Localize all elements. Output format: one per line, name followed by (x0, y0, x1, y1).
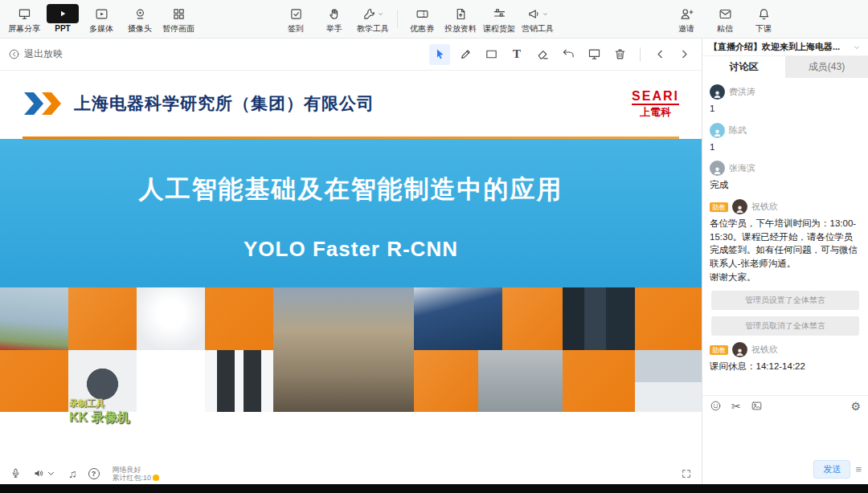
pause-screen-button[interactable]: 暂停画面 (159, 0, 198, 38)
coupon-button[interactable]: 优惠券 (403, 0, 441, 38)
teaching-tools-button[interactable]: 教学工具 (354, 0, 392, 38)
exit-presentation-button[interactable]: 退出放映 (8, 47, 63, 61)
recorder-watermark: 录制工具 KK 录像机 (69, 398, 130, 426)
screen-share-icon (18, 5, 31, 22)
marketing-tools-icon (527, 7, 541, 21)
photo-collage (0, 287, 702, 412)
undo-tool[interactable] (558, 44, 579, 65)
delete-annotation-tool[interactable] (609, 44, 630, 65)
next-page-arrow[interactable] (674, 45, 694, 64)
raise-hand-button[interactable]: 举手 (315, 0, 354, 38)
send-button[interactable]: 发送 (813, 460, 850, 479)
chevron-down-icon (542, 10, 549, 18)
toolbar-separator (397, 10, 398, 28)
tab-discussion[interactable]: 讨论区 (702, 56, 785, 78)
sender-name: 张海滨 (729, 162, 755, 174)
person-icon (712, 89, 723, 100)
ppt-label: PPT (55, 24, 70, 33)
invite-label: 邀请 (678, 24, 694, 33)
raise-hand-label: 举手 (326, 24, 342, 33)
chat-message: 费洪涛 1 (710, 84, 861, 116)
electrical-equipment-photo (563, 287, 635, 350)
scissors-button[interactable]: ✂ (731, 401, 741, 412)
camera-button[interactable]: 摄像头 (121, 0, 159, 38)
system-notice: 管理员设置了全体禁言 (711, 291, 859, 310)
end-class-button[interactable]: 下课 (744, 0, 783, 38)
chat-settings-button[interactable]: ⚙ (850, 401, 861, 412)
emoji-button[interactable] (710, 400, 722, 412)
microphone-icon (10, 467, 22, 479)
image-button[interactable] (751, 400, 763, 412)
rectangle-tool[interactable] (481, 44, 502, 65)
cursor-icon (433, 47, 447, 61)
camera-icon (133, 5, 147, 22)
course-shelf-button[interactable]: 课程货架 (480, 0, 518, 38)
avatar (710, 123, 725, 138)
chevron-down-icon (852, 43, 862, 52)
seari-logo-subtext: 上電科 (632, 107, 679, 118)
music-icon: ♫ (68, 468, 77, 479)
materials-button[interactable]: 投放资料 (441, 0, 480, 38)
fullscreen-button[interactable] (681, 468, 692, 479)
ppt-button[interactable]: PPT (43, 0, 82, 38)
prev-page-arrow[interactable] (650, 45, 669, 64)
tab-members[interactable]: 成员(43) (785, 56, 868, 78)
invite-button[interactable]: 邀请 (667, 0, 706, 38)
text-tool[interactable]: T (506, 44, 527, 65)
marketing-tools-button[interactable]: 营销工具 (518, 0, 557, 38)
board-tool[interactable] (583, 44, 604, 65)
emoji-icon (710, 400, 722, 412)
materials-label: 投放资料 (444, 24, 477, 33)
orange-tile (414, 350, 478, 412)
eraser-tool[interactable] (532, 44, 553, 65)
orange-tile (563, 350, 635, 412)
camera-label: 摄像头 (128, 24, 152, 33)
solar-panel-photo (414, 287, 502, 350)
cursor-tool[interactable] (429, 44, 450, 65)
course-shelf-label: 课程货架 (483, 24, 515, 33)
test-chamber-photo (478, 350, 563, 412)
message-text: 课间休息：14:12-14:22 (710, 360, 861, 373)
red-packet-icon (153, 475, 159, 481)
pen-tool[interactable] (455, 44, 476, 65)
exit-presentation-label: 退出放映 (24, 47, 63, 61)
exit-presentation-icon (8, 48, 20, 60)
fullscreen-icon (681, 468, 692, 479)
check-in-button[interactable]: 签到 (276, 0, 315, 38)
chat-message-list[interactable]: 费洪涛 1 陈武 1 张海滨 完成 (702, 78, 868, 395)
chat-message: 助教 祝铁欣 各位学员，下午培训时间为：13:00-15:30。课程已经开始，请… (710, 199, 861, 283)
check-in-label: 签到 (288, 24, 304, 33)
composer-toolbar: ✂ ⚙ (702, 396, 868, 416)
invite-icon (680, 5, 694, 22)
message-text: 各位学员，下午培训时间为：13:00-15:30。课程已经开始，请各位学员完成签… (710, 217, 861, 283)
music-button[interactable]: ♫ (68, 468, 77, 479)
multimedia-button[interactable]: 多媒体 (82, 0, 121, 38)
pen-icon (459, 47, 473, 61)
chat-composer: ✂ ⚙ 发送 ≡ (702, 395, 868, 484)
collapse-sidebar-button[interactable] (852, 43, 862, 52)
robot-photo (137, 287, 205, 350)
presentation-toolbar: 退出放映 T (0, 39, 702, 71)
coupon-label: 优惠券 (410, 24, 434, 33)
person-icon (712, 128, 723, 138)
speaker-button[interactable] (33, 467, 57, 479)
avatar (732, 342, 747, 357)
sticky-message-button[interactable]: 粘信 (706, 0, 744, 38)
course-shelf-icon (493, 5, 506, 22)
toolbar-group-teaching: 签到 举手 教学工具 优惠券 投放资料 课程货架 (276, 0, 557, 38)
screen-share-button[interactable]: 屏幕分享 (5, 0, 43, 38)
send-options-icon[interactable]: ≡ (855, 463, 862, 475)
toolbar-separator (640, 47, 641, 62)
microphone-button[interactable] (10, 467, 22, 479)
person-icon (712, 165, 723, 176)
chevron-down-icon (45, 467, 57, 479)
help-button[interactable]: ? (88, 468, 100, 479)
media-play-icon (95, 5, 108, 22)
system-notice: 管理员取消了全体禁言 (711, 316, 859, 336)
coupon-icon (416, 5, 429, 22)
pause-screen-label: 暂停画面 (162, 24, 194, 33)
slide-header: 上海电器科学研究所（集团）有限公司 SEARI 上電科 (0, 71, 702, 136)
board-icon (588, 47, 601, 61)
teaching-tools-label: 教学工具 (357, 24, 389, 33)
chat-input[interactable] (702, 416, 868, 460)
